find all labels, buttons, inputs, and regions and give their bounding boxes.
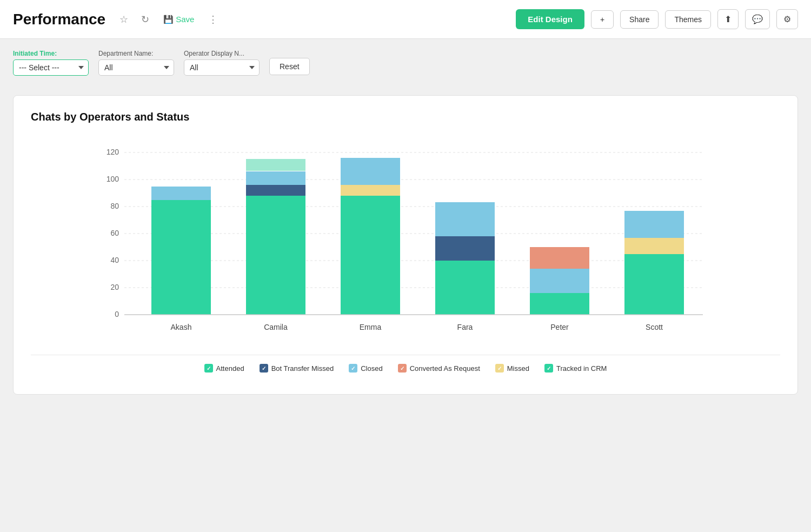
svg-text:Scott: Scott xyxy=(646,323,663,331)
svg-text:Peter: Peter xyxy=(550,323,569,331)
bar-chart-svg: 0 20 40 60 80 100 120 Akash xyxy=(31,136,780,342)
edit-design-button[interactable]: Edit Design xyxy=(516,9,584,29)
department-name-filter: Department Name: All xyxy=(98,50,174,76)
emma-attended-bar xyxy=(341,196,400,315)
fara-attended-bar xyxy=(435,261,495,315)
main-content: Chats by Operators and Status 0 20 40 xyxy=(0,84,811,405)
fara-bot-bar xyxy=(435,236,495,261)
fara-closed-bar xyxy=(435,202,495,236)
chart-title: Chats by Operators and Status xyxy=(31,111,780,123)
attended-color-swatch: ✓ xyxy=(204,364,213,373)
initiated-time-select[interactable]: --- Select --- xyxy=(13,59,89,76)
svg-text:60: 60 xyxy=(110,229,119,237)
comment-icon: 💬 xyxy=(752,14,763,24)
legend-item-missed: ✓ Missed xyxy=(495,364,529,373)
legend-item-bot-transfer-missed: ✓ Bot Transfer Missed xyxy=(260,364,334,373)
closed-color-swatch: ✓ xyxy=(349,364,357,373)
camila-attended-bar xyxy=(246,196,305,315)
initiated-time-filter: Initiated Time: --- Select --- xyxy=(13,50,89,76)
initiated-time-label: Initiated Time: xyxy=(13,50,89,57)
converted-color-swatch: ✓ xyxy=(398,364,407,373)
svg-text:Camila: Camila xyxy=(264,323,288,331)
scott-missed-bar xyxy=(624,238,684,254)
legend-item-tracked-crm: ✓ Tracked in CRM xyxy=(544,364,607,373)
department-name-select[interactable]: All xyxy=(98,59,174,76)
akash-attended-bar xyxy=(151,200,211,315)
comment-button[interactable]: 💬 xyxy=(745,9,770,29)
svg-text:Emma: Emma xyxy=(360,323,382,331)
save-icon: 💾 xyxy=(163,15,174,24)
emma-closed-bar xyxy=(341,158,400,185)
svg-text:Fara: Fara xyxy=(457,323,473,331)
header: Performance ☆ ↻ 💾 Save ⋮ Edit Design + S… xyxy=(0,0,811,39)
peter-attended-bar xyxy=(530,293,589,315)
legend-item-converted: ✓ Converted As Request xyxy=(398,364,480,373)
scott-attended-bar xyxy=(624,254,684,315)
attended-label: Attended xyxy=(216,364,244,373)
save-button[interactable]: 💾 Save xyxy=(159,12,198,26)
tracked-label: Tracked in CRM xyxy=(556,364,607,373)
plus-button[interactable]: + xyxy=(591,10,614,29)
star-button[interactable]: ☆ xyxy=(116,11,131,28)
svg-text:120: 120 xyxy=(107,148,119,156)
converted-label: Converted As Request xyxy=(410,364,480,373)
scott-closed-bar xyxy=(624,211,684,238)
operator-display-filter: Operator Display N... All xyxy=(184,50,260,76)
svg-text:80: 80 xyxy=(110,202,119,210)
refresh-button[interactable]: ↻ xyxy=(138,11,152,28)
svg-text:40: 40 xyxy=(110,256,119,264)
svg-text:100: 100 xyxy=(107,175,119,183)
tracked-color-swatch: ✓ xyxy=(544,364,553,373)
themes-button[interactable]: Themes xyxy=(665,10,711,29)
reset-button[interactable]: Reset xyxy=(269,58,310,75)
themes-label: Themes xyxy=(674,15,702,24)
operator-display-label: Operator Display N... xyxy=(184,50,260,57)
svg-text:20: 20 xyxy=(110,283,119,291)
missed-label: Missed xyxy=(507,364,529,373)
department-name-label: Department Name: xyxy=(98,50,174,57)
operator-display-select[interactable]: All xyxy=(184,59,260,76)
legend-item-closed: ✓ Closed xyxy=(349,364,382,373)
camila-tracked-bar xyxy=(246,159,305,171)
settings-icon: ⚙ xyxy=(783,14,791,24)
more-options-button[interactable]: ⋮ xyxy=(205,11,221,28)
page-title: Performance xyxy=(13,11,105,28)
plus-icon: + xyxy=(600,15,604,24)
camila-bot-bar xyxy=(246,185,305,196)
peter-closed-bar xyxy=(530,269,589,293)
export-button[interactable]: ⬆ xyxy=(717,9,739,29)
settings-button[interactable]: ⚙ xyxy=(776,9,798,29)
emma-missed-bar xyxy=(341,185,400,196)
missed-color-swatch: ✓ xyxy=(495,364,504,373)
share-button[interactable]: Share xyxy=(620,10,659,29)
chart-area: 0 20 40 60 80 100 120 Akash xyxy=(31,136,780,342)
bot-transfer-label: Bot Transfer Missed xyxy=(271,364,334,373)
camila-closed-bar xyxy=(246,171,305,185)
bot-transfer-color-swatch: ✓ xyxy=(260,364,268,373)
closed-label: Closed xyxy=(361,364,382,373)
akash-closed-bar xyxy=(151,187,211,200)
legend-item-attended: ✓ Attended xyxy=(204,364,244,373)
svg-text:Akash: Akash xyxy=(171,323,192,331)
peter-converted-bar xyxy=(530,247,589,269)
export-icon: ⬆ xyxy=(724,14,732,24)
filters-bar: Initiated Time: --- Select --- Departmen… xyxy=(0,39,811,84)
share-label: Share xyxy=(629,15,649,24)
svg-text:0: 0 xyxy=(115,310,119,318)
chart-card: Chats by Operators and Status 0 20 40 xyxy=(13,95,798,395)
chart-legend: ✓ Attended ✓ Bot Transfer Missed ✓ Close… xyxy=(31,355,780,377)
